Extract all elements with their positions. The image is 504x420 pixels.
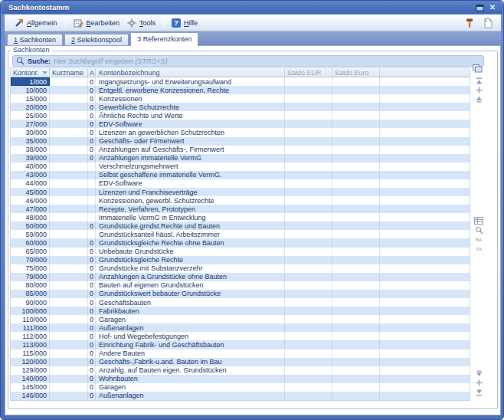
cell-kontonr[interactable]: 79/000 <box>11 273 50 281</box>
ba-view-icon[interactable]: BA <box>473 236 484 244</box>
cell-kurzname[interactable] <box>50 323 88 332</box>
cell-kurzname[interactable] <box>50 248 88 256</box>
cell-saldo-eur[interactable] <box>285 179 332 188</box>
cell-filler[interactable] <box>380 264 470 273</box>
cell-saldo-euro[interactable] <box>332 188 380 196</box>
cell-saldo-euro[interactable] <box>332 221 380 230</box>
cell-a[interactable] <box>88 196 96 205</box>
cell-kontonr[interactable]: 25/000 <box>11 111 50 120</box>
cell-kontonr[interactable]: 146/000 <box>11 392 50 400</box>
cell-filler[interactable] <box>380 221 470 230</box>
cell-saldo-euro[interactable] <box>332 128 380 136</box>
table-row[interactable]: 1/0000Ingangsetzungs- und Erweiterungsau… <box>11 77 470 86</box>
cell-saldo-eur[interactable] <box>285 221 332 230</box>
table-row[interactable]: 20/0000Gewerbliche Schutzrechte <box>11 103 470 111</box>
cell-a[interactable]: 0 <box>88 340 96 349</box>
cell-kontonr[interactable]: 75/000 <box>11 264 50 273</box>
cell-saldo-euro[interactable] <box>332 290 380 298</box>
cell-filler[interactable] <box>380 162 470 171</box>
cell-kontenbezeichnung[interactable]: Grundstücksgleiche Rechte ohne Bauten <box>96 238 285 247</box>
cell-filler[interactable] <box>380 366 470 375</box>
cell-filler[interactable] <box>380 340 470 349</box>
cell-saldo-eur[interactable] <box>285 238 332 247</box>
cell-saldo-eur[interactable] <box>285 171 332 179</box>
cell-saldo-eur[interactable] <box>285 205 332 213</box>
cell-kontenbezeichnung[interactable]: Entgeltl. erworbene Konzessionen, Rechte <box>96 86 285 94</box>
cell-filler[interactable] <box>380 349 470 358</box>
cell-saldo-euro[interactable] <box>332 358 380 366</box>
cell-kontonr[interactable]: 47/000 <box>11 205 50 213</box>
table-row[interactable]: 43/000Selbst geschaffene immaterielle Ve… <box>11 171 470 179</box>
table-row[interactable]: 45/000Lizenzen und Franchiseverträge <box>11 188 470 196</box>
table-row[interactable]: 10/0000Entgeltl. erworbene Konzessionen,… <box>11 86 470 94</box>
cell-kontonr[interactable]: 38/000 <box>11 146 50 154</box>
cell-saldo-eur[interactable] <box>285 264 332 273</box>
menu-bearbeiten[interactable]: Bearbeiten <box>70 17 124 29</box>
cell-kurzname[interactable] <box>50 383 88 392</box>
cell-kontonr[interactable]: 110/000 <box>11 315 50 323</box>
cell-kurzname[interactable] <box>50 213 88 221</box>
new-document-icon[interactable] <box>481 17 495 29</box>
cell-saldo-euro[interactable] <box>332 273 380 281</box>
cell-filler[interactable] <box>380 230 470 238</box>
cell-saldo-euro[interactable] <box>332 94 380 103</box>
cell-kontonr[interactable]: 20/000 <box>11 103 50 111</box>
column-header-a[interactable]: A <box>88 68 96 77</box>
cell-kontonr[interactable]: 48/000 <box>11 213 50 221</box>
table-row[interactable]: 38/0000Anzahlungen auf Geschäfts-, Firme… <box>11 146 470 154</box>
cell-kontenbezeichnung[interactable]: Lizenzen an gewerblichen Schutzrechten <box>96 128 285 136</box>
table-row[interactable]: 60/0000Grundstücksgleiche Rechte ohne Ba… <box>11 238 470 247</box>
cell-saldo-euro[interactable] <box>332 248 380 256</box>
tab-selektionspool[interactable]: 2 Selektionspool <box>64 34 129 45</box>
cell-kontenbezeichnung[interactable]: Lizenzen und Franchiseverträge <box>96 188 285 196</box>
cell-kurzname[interactable] <box>50 315 88 323</box>
cell-saldo-eur[interactable] <box>285 213 332 221</box>
cell-a[interactable]: 0 <box>88 290 96 298</box>
cell-kontenbezeichnung[interactable]: Grundstücke,grndst.Rechte und Bauten <box>96 221 285 230</box>
table-row[interactable]: 85/0000Grundstückswert bebauter Grundstü… <box>11 290 470 298</box>
scroll-to-top-icon[interactable] <box>473 77 484 85</box>
table-row[interactable]: 40/000Verschmelzungsmehrwert <box>11 162 470 171</box>
menu-tools[interactable]: Tools <box>123 17 159 29</box>
cell-kontenbezeichnung[interactable]: Konzessionen <box>96 94 285 103</box>
cell-saldo-euro[interactable] <box>332 162 380 171</box>
column-header-saldo-eur[interactable]: Saldo EUR <box>285 68 332 77</box>
cell-kontenbezeichnung[interactable]: EDV-Software <box>96 120 285 128</box>
table-row[interactable]: 44/000EDV-Software <box>11 179 470 188</box>
cell-kurzname[interactable] <box>50 111 88 120</box>
table-row[interactable]: 75/0000Grundstücke mit Substanzverzehr <box>11 264 470 273</box>
restore-window-icon[interactable] <box>474 2 485 12</box>
cell-saldo-eur[interactable] <box>285 77 332 86</box>
cell-saldo-eur[interactable] <box>285 375 332 383</box>
close-window-icon[interactable]: ✕ <box>487 2 498 12</box>
cell-kontonr[interactable]: 129/000 <box>11 366 50 375</box>
cell-filler[interactable] <box>380 375 470 383</box>
cell-saldo-euro[interactable] <box>332 256 380 264</box>
cell-filler[interactable] <box>380 205 470 213</box>
cell-saldo-euro[interactable] <box>332 238 380 247</box>
cell-saldo-euro[interactable] <box>332 307 380 315</box>
cell-a[interactable]: 0 <box>88 264 96 273</box>
column-chooser-icon[interactable] <box>472 64 483 73</box>
cell-saldo-euro[interactable] <box>332 179 380 188</box>
cell-a[interactable]: 0 <box>88 315 96 323</box>
cell-kontonr[interactable]: 113/000 <box>11 340 50 349</box>
table-row[interactable]: 39/0000Anzahlungen immaterielle VermG <box>11 154 470 162</box>
table-row[interactable]: 79/0000Anzahlungen a.Grundstücke ohne Ba… <box>11 273 470 281</box>
cell-filler[interactable] <box>380 179 470 188</box>
column-header-kontonr[interactable]: Kontonr. <box>11 68 50 77</box>
titlebar[interactable]: Sachkontostamm ✕ <box>2 1 502 14</box>
cell-kontenbezeichnung[interactable]: Grundstückswert bebauter Grundstücke <box>96 290 285 298</box>
cell-filler[interactable] <box>380 137 470 146</box>
cell-a[interactable]: 0 <box>88 128 96 136</box>
cell-kontenbezeichnung[interactable]: Grundstücksgleiche Rechte <box>96 256 285 264</box>
cell-kontenbezeichnung[interactable]: Unbebaute Grundstücke <box>96 248 285 256</box>
table-row[interactable]: 115/0000Andere Bauten <box>11 349 470 358</box>
table-row[interactable]: 129/0000Anzahlg. auf Bauten eigen. Grund… <box>11 366 470 375</box>
cell-filler[interactable] <box>380 315 470 323</box>
cell-saldo-eur[interactable] <box>285 137 332 146</box>
column-header-kontenbezeichnung[interactable]: Kontenbezeichnung <box>96 68 285 77</box>
cell-kontenbezeichnung[interactable]: Ähnliche Rechte und Werte <box>96 111 285 120</box>
cell-a[interactable]: 0 <box>88 238 96 247</box>
cell-kontonr[interactable]: 80/000 <box>11 281 50 290</box>
